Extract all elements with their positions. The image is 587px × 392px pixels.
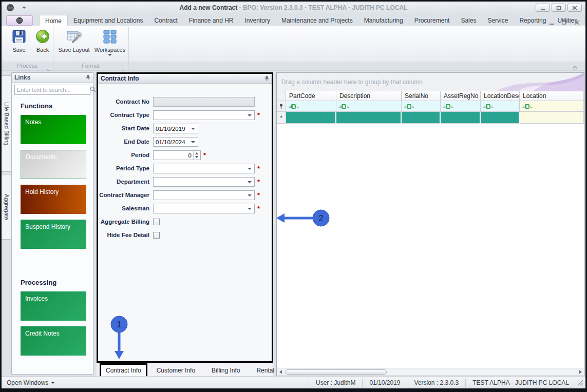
- period-label: Period: [98, 152, 149, 158]
- grid-header-row: PartCode Description SerialNo AssetRegNo…: [277, 91, 584, 101]
- filter-cell-serialno[interactable]: aBc: [402, 101, 441, 112]
- suspend-history-button[interactable]: Suspend History: [21, 220, 86, 249]
- column-header-locationdesc[interactable]: LocationDesc: [481, 91, 520, 101]
- grid-filter-row: aBc aBc aBc aBc aBc aBc: [277, 101, 584, 112]
- save-layout-button[interactable]: Save Layout: [57, 27, 91, 60]
- column-header-description[interactable]: Description: [336, 91, 402, 101]
- hide-fee-detail-checkbox[interactable]: [153, 232, 160, 239]
- required-marker: *: [257, 178, 260, 186]
- column-header-partcode[interactable]: PartCode: [286, 91, 336, 101]
- open-windows-button[interactable]: Open Windows: [7, 379, 55, 386]
- filter-cell-locationdesc[interactable]: aBc: [481, 101, 520, 112]
- period-type-label: Period Type: [98, 165, 149, 171]
- column-header-serialno[interactable]: SerialNo: [402, 91, 441, 101]
- ribbon-tab-service[interactable]: Service: [482, 15, 514, 26]
- maximize-button[interactable]: [552, 4, 566, 12]
- tab-billing-info[interactable]: Billing Info: [206, 365, 245, 376]
- ribbon-tab-equipment-and-locations[interactable]: Equipment and Locations: [68, 15, 148, 26]
- filter-cell-assetregno[interactable]: aBc: [441, 101, 481, 112]
- new-row-cell[interactable]: [520, 112, 584, 124]
- new-row-cell[interactable]: [481, 112, 520, 124]
- tab-customer-info[interactable]: Customer Info: [152, 365, 200, 376]
- contract-no-label: Contract No: [98, 99, 149, 105]
- required-marker: *: [257, 191, 260, 199]
- links-panel: Links Functions Notes Documents Hold His…: [11, 72, 93, 375]
- application-menu-button[interactable]: [6, 15, 33, 26]
- filter-cell-location[interactable]: aBc: [520, 101, 584, 112]
- abc-filter-icon: aBc: [404, 104, 414, 109]
- group-caption-process: Process: [2, 63, 53, 69]
- ribbon-tab-manufacturing[interactable]: Manufacturing: [358, 15, 409, 26]
- ribbon-tab-home[interactable]: Home: [39, 15, 68, 26]
- department-dropdown[interactable]: [153, 177, 255, 187]
- window-title-sub: - BPO: Version 2.3.0.3 - TEST ALPHA - JU…: [237, 4, 407, 11]
- invoices-button[interactable]: Invoices: [21, 291, 86, 321]
- scrollbar-thumb[interactable]: [285, 369, 387, 375]
- end-date-picker[interactable]: 01/10/2024: [153, 137, 198, 147]
- new-row-cell[interactable]: [402, 112, 441, 124]
- sidebar-tab-life-based-billing[interactable]: Life Based Billing: [2, 75, 12, 172]
- hide-fee-detail-row: Hide Fee Detail: [98, 228, 272, 242]
- notes-button[interactable]: Notes: [21, 115, 86, 144]
- contract-type-label: Contract Type: [98, 112, 149, 118]
- window-title-main: Add a new Contract: [180, 4, 238, 11]
- processing-heading: Processing: [21, 279, 93, 286]
- ribbon-tab-procurement[interactable]: Procurement: [409, 15, 456, 26]
- end-date-label: End Date: [98, 139, 149, 145]
- spinner-buttons[interactable]: [193, 151, 200, 160]
- close-button[interactable]: [567, 4, 582, 12]
- start-date-picker[interactable]: 01/10/2019: [153, 124, 198, 133]
- salesman-dropdown[interactable]: [153, 204, 255, 213]
- ribbon-tab-maintenance-and-projects[interactable]: Maintenance and Projects: [276, 15, 358, 26]
- pin-icon[interactable]: [85, 73, 90, 82]
- filter-cell-partcode[interactable]: aBc: [286, 101, 336, 112]
- hold-history-button[interactable]: Hold History: [21, 185, 86, 214]
- ribbon-tab-reporting[interactable]: Reporting: [514, 15, 552, 26]
- workspaces-button[interactable]: Workspaces: [93, 27, 127, 60]
- horizontal-scrollbar[interactable]: [277, 368, 584, 376]
- required-marker: *: [257, 111, 260, 119]
- grid-group-by-bar[interactable]: Drag a column header here to group by th…: [277, 73, 584, 91]
- column-header-location[interactable]: Location: [520, 91, 584, 101]
- ribbon-tab-finance-and-hr[interactable]: Finance and HR: [183, 15, 239, 26]
- tab-contract-info[interactable]: Contract Info: [100, 363, 147, 378]
- column-header-assetregno[interactable]: AssetRegNo: [441, 91, 481, 101]
- minimize-button[interactable]: [536, 4, 550, 12]
- ribbon-tab-sales[interactable]: Sales: [455, 15, 482, 26]
- aggregate-billing-label: Aggregate Billing: [98, 219, 149, 225]
- credit-notes-button[interactable]: Credit Notes: [21, 326, 86, 356]
- resize-grip[interactable]: [577, 379, 584, 386]
- pin-icon[interactable]: [264, 74, 269, 83]
- search-icon[interactable]: [90, 85, 96, 94]
- status-bar: Open Windows User : JudithM 01/10/2019 V…: [2, 376, 585, 388]
- sidebar-tab-aggregate[interactable]: Aggregate: [2, 174, 12, 240]
- contract-info-panel: Contract Info Contract No Contract Type …: [97, 72, 273, 363]
- new-row-cell[interactable]: [336, 112, 402, 124]
- ribbon-tab-contract[interactable]: Contract: [148, 15, 183, 26]
- ribbon-tab-inventory[interactable]: Inventory: [239, 15, 276, 26]
- documents-button[interactable]: Documents: [21, 150, 86, 179]
- chevron-down-icon: [191, 128, 195, 130]
- save-icon: [11, 27, 27, 46]
- aggregate-billing-checkbox[interactable]: [153, 219, 160, 225]
- links-panel-title: Links: [14, 74, 85, 81]
- required-marker: *: [203, 151, 206, 159]
- grid-new-row[interactable]: *: [277, 112, 584, 124]
- scroll-right-icon[interactable]: [577, 370, 584, 374]
- period-spinner[interactable]: 0: [153, 150, 201, 160]
- spin-up-icon[interactable]: [195, 152, 198, 154]
- links-search-box[interactable]: [14, 85, 90, 95]
- filter-cell-description[interactable]: aBc: [336, 101, 402, 112]
- contract-no-field: [153, 97, 255, 107]
- new-row-cell[interactable]: [441, 112, 481, 124]
- links-search-input[interactable]: [17, 87, 90, 93]
- contract-type-dropdown[interactable]: [153, 110, 255, 120]
- start-date-row: Start Date 01/10/2019: [98, 122, 272, 135]
- back-icon: [35, 27, 50, 46]
- period-type-dropdown[interactable]: [153, 164, 255, 173]
- contract-manager-dropdown[interactable]: [153, 190, 255, 200]
- decorative-swoosh: [440, 73, 584, 91]
- new-row-cell[interactable]: [286, 112, 336, 124]
- spin-down-icon[interactable]: [195, 156, 198, 158]
- scroll-left-icon[interactable]: [277, 370, 284, 374]
